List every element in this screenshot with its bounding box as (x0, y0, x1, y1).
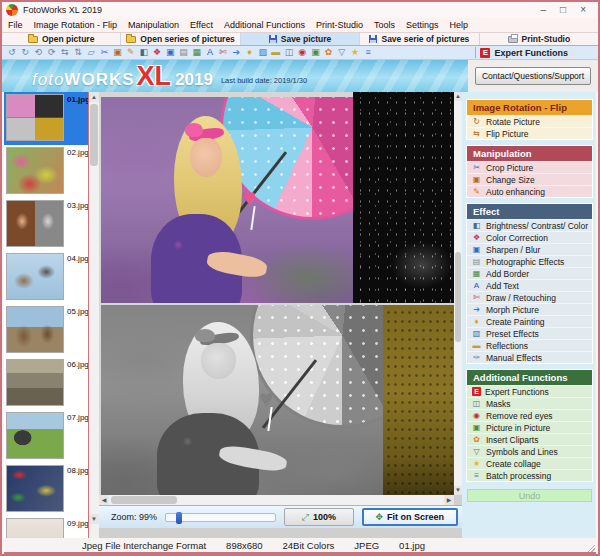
expert-functions-button[interactable]: E Expert Functions (480, 48, 594, 58)
panel-item-flip-picture[interactable]: ⇆ Flip Picture (467, 127, 592, 139)
scroll-right-icon[interactable]: ▶ (444, 495, 454, 505)
undo-button[interactable]: Undo (467, 489, 592, 502)
zoom-slider[interactable] (165, 513, 276, 522)
menu-effect[interactable]: Effect (190, 20, 213, 30)
thumbnail-04[interactable]: 04.jpg (4, 251, 88, 304)
sharpen-blur-icon[interactable]: ▣ (164, 46, 176, 59)
draw-retouching-icon[interactable]: ✄ (217, 46, 229, 59)
remove-red-eyes-icon[interactable]: ◉ (296, 46, 308, 59)
flip-horizontal-icon[interactable]: ⇆ (59, 46, 71, 59)
symbols-lines-icon[interactable]: ▽ (336, 46, 348, 59)
photographic-effects-icon[interactable]: ▤ (177, 46, 189, 59)
crop-icon[interactable]: ✂ (98, 46, 110, 59)
save-series-button[interactable]: Save serie of pictures (360, 33, 479, 45)
print-studio-button[interactable]: Print-Studio (480, 33, 598, 45)
insert-cliparts-icon[interactable]: ✿ (323, 46, 335, 59)
rotate-left-icon[interactable]: ↺ (6, 46, 18, 59)
thumbnail-01[interactable]: 01.jpg (4, 92, 88, 145)
scrollbar-thumb[interactable] (455, 252, 461, 342)
panel-item-picture-in-picture[interactable]: ▣ Picture in Picture (467, 421, 592, 433)
panel-item-change-size[interactable]: ▣ Change Size (467, 173, 592, 185)
panel-item-morph-picture[interactable]: ➔ Morph Picture (467, 303, 592, 315)
rotate-90-cw-icon[interactable]: ⟳ (46, 46, 58, 59)
panel-item-remove-red-eyes[interactable]: ◉ Remove red eyes (467, 409, 592, 421)
panel-item-photographic-effects[interactable]: ▤ Photographic Effects (467, 255, 592, 267)
panel-item-add-text[interactable]: A Add Text (467, 279, 592, 291)
add-text-icon[interactable]: A (204, 46, 216, 59)
thumbnail-05[interactable]: 05.jpg (4, 304, 88, 357)
create-painting-icon[interactable]: ♦ (243, 46, 255, 59)
masks-icon[interactable]: ◫ (283, 46, 295, 59)
morph-picture-icon[interactable]: ➔ (230, 46, 242, 59)
thumbnail-08[interactable]: 08.jpg (4, 463, 88, 516)
panel-item-create-painting[interactable]: ♦ Create Painting (467, 315, 592, 327)
panel-item-crop-picture[interactable]: ✂ Crop Picture (467, 161, 592, 173)
preset-effects-icon[interactable]: ▧ (257, 46, 269, 59)
close-button[interactable]: × (580, 5, 586, 15)
color-correction-icon[interactable]: ❖ (151, 46, 163, 59)
resize-icon[interactable]: ▣ (112, 46, 124, 59)
image-preview-area[interactable]: ♥ ♥ (99, 92, 454, 495)
resize-grip-icon[interactable] (588, 545, 595, 552)
flip-vertical-icon[interactable]: ⇅ (72, 46, 84, 59)
batch-processing-icon[interactable]: ≡ (362, 46, 374, 59)
scroll-down-icon[interactable]: ▼ (454, 486, 462, 495)
contact-support-button[interactable]: Contact/Questions/Support (475, 67, 591, 85)
thumbnail-03[interactable]: 03.jpg (4, 198, 88, 251)
scroll-up-icon[interactable]: ▲ (89, 92, 99, 102)
panel-item-expert-functions[interactable]: E Expert Functions (467, 385, 592, 397)
menu-image-rotation-flip[interactable]: Image Rotation - Flip (34, 20, 118, 30)
scrollbar-thumb[interactable] (111, 496, 177, 504)
open-picture-button[interactable]: Open picture (2, 33, 121, 45)
menu-tools[interactable]: Tools (374, 20, 395, 30)
panel-item-brightness-contrast-color[interactable]: ◧ Brightness/ Contrast/ Color (467, 219, 592, 231)
panel-item-draw-retouching[interactable]: ✄ Draw / Retouching (467, 291, 592, 303)
menu-file[interactable]: File (8, 20, 23, 30)
canvas-horizontal-scrollbar[interactable]: ◀ ▶ (99, 495, 454, 505)
save-picture-button[interactable]: Save picture (241, 33, 360, 45)
maximize-button[interactable]: □ (560, 5, 566, 15)
minimize-button[interactable]: – (541, 5, 547, 15)
scroll-left-icon[interactable]: ◀ (99, 495, 109, 505)
panel-item-batch-processing[interactable]: ≡ Batch processing (467, 469, 592, 481)
menu-settings[interactable]: Settings (406, 20, 439, 30)
zoom-slider-thumb[interactable] (176, 512, 182, 524)
thumbnail-02[interactable]: 02.jpg (4, 145, 88, 198)
scroll-up-icon[interactable]: ▲ (454, 92, 462, 101)
scrollbar-thumb[interactable] (90, 104, 98, 166)
fit-on-screen-button[interactable]: ✥ Fit on Screen (362, 508, 458, 526)
mirror-icon[interactable]: ▱ (85, 46, 97, 59)
add-border-icon[interactable]: ▦ (191, 46, 203, 59)
reflections-icon[interactable]: ▬ (270, 46, 282, 59)
panel-item-preset-effects[interactable]: ▧ Preset Effects (467, 327, 592, 339)
auto-enhance-icon[interactable]: ✎ (125, 46, 137, 59)
brightness-contrast-icon[interactable]: ◧ (138, 46, 150, 59)
menu-manipulation[interactable]: Manipulation (128, 20, 179, 30)
rotate-right-icon[interactable]: ↻ (19, 46, 31, 59)
menu-help[interactable]: Help (450, 20, 469, 30)
create-collage-icon[interactable]: ★ (349, 46, 361, 59)
panel-item-color-correction[interactable]: ❖ Color Correction (467, 231, 592, 243)
picture-in-picture-icon[interactable]: ▣ (309, 46, 321, 59)
panel-item-symbols-and-lines[interactable]: ▽ Symbols and Lines (467, 445, 592, 457)
canvas-vertical-scrollbar[interactable]: ▲ ▼ (454, 92, 462, 495)
menu-additional-functions[interactable]: Additional Functions (224, 20, 305, 30)
thumbnail-06[interactable]: 06.jpg (4, 357, 88, 410)
panel-item-sharpen-blur[interactable]: ▣ Sharpen / Blur (467, 243, 592, 255)
rotate-90-ccw-icon[interactable]: ⟲ (32, 46, 44, 59)
thumbnail-07[interactable]: 07.jpg (4, 410, 88, 463)
panel-item-reflections[interactable]: ▬ Reflections (467, 339, 592, 351)
panel-item-create-collage[interactable]: ★ Create collage (467, 457, 592, 469)
panel-item-masks[interactable]: ◫ Masks (467, 397, 592, 409)
panel-item-add-border[interactable]: ▦ Add Border (467, 267, 592, 279)
thumbnail-scrollbar[interactable]: ▲ ▼ (89, 92, 99, 538)
thumbnail-09[interactable]: 09.jpg (4, 516, 88, 538)
menu-print-studio[interactable]: Print-Studio (316, 20, 363, 30)
zoom-100-button[interactable]: ⤢ 100% (284, 508, 354, 526)
panel-item-rotate-picture[interactable]: ↻ Rotate Picture (467, 115, 592, 127)
open-series-button[interactable]: Open series of pictures (121, 33, 240, 45)
panel-item-auto-enhancing[interactable]: ✎ Auto enhancing (467, 185, 592, 197)
scroll-down-icon[interactable]: ▼ (89, 514, 99, 524)
panel-item-insert-cliparts[interactable]: ✿ Insert Cliparts (467, 433, 592, 445)
panel-item-manual-effects[interactable]: ✑ Manual Effects (467, 351, 592, 363)
